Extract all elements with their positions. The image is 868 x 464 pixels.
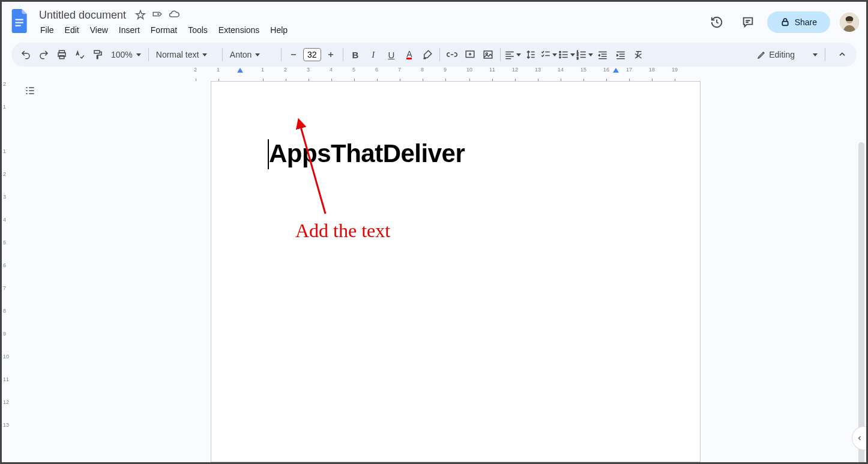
insert-link-button[interactable]	[444, 46, 460, 63]
undo-button[interactable]	[17, 46, 34, 63]
increase-indent-button[interactable]	[612, 46, 629, 63]
menu-file[interactable]: File	[35, 23, 59, 37]
caret-down-icon	[255, 53, 260, 56]
svg-point-13	[559, 51, 561, 52]
menu-help[interactable]: Help	[265, 23, 292, 37]
ruler-tick: 1	[3, 148, 6, 154]
canvas-area: AppsThatDeliver Add the text	[45, 76, 866, 462]
ruler-tick: 7	[398, 67, 401, 73]
ruler-tick: 6	[3, 262, 6, 268]
toolbar-collapse-button[interactable]	[834, 46, 851, 63]
outline-button[interactable]	[22, 82, 38, 99]
ruler-tick: 13	[535, 67, 541, 73]
clear-formatting-button[interactable]	[630, 46, 647, 63]
redo-button[interactable]	[35, 46, 52, 63]
document-text-content[interactable]: AppsThatDeliver	[269, 139, 642, 168]
menu-tools[interactable]: Tools	[183, 23, 212, 37]
menu-insert[interactable]: Insert	[114, 23, 145, 37]
menu-extensions[interactable]: Extensions	[214, 23, 264, 37]
cloud-status-icon[interactable]	[168, 9, 180, 21]
insert-image-button[interactable]	[480, 46, 496, 63]
editing-mode-value: Editing	[769, 50, 795, 59]
ruler-tick: 8	[421, 67, 424, 73]
caret-down-icon	[588, 53, 593, 56]
ruler-tick: 11	[489, 67, 495, 73]
svg-point-15	[559, 56, 561, 58]
underline-button[interactable]: U	[383, 46, 400, 63]
vertical-scrollbar[interactable]	[858, 142, 864, 462]
ruler-tick: 2	[194, 67, 197, 73]
decrease-font-button[interactable]	[285, 46, 302, 63]
ruler-right-marker[interactable]	[613, 68, 619, 73]
editing-mode-dropdown[interactable]: Editing	[753, 47, 821, 62]
ruler-tick: 10	[3, 354, 9, 360]
text-cursor	[268, 139, 269, 169]
history-icon[interactable]	[705, 10, 729, 34]
move-icon[interactable]	[151, 9, 163, 21]
text-color-button[interactable]: A	[401, 46, 418, 63]
vertical-ruler[interactable]: 2 1 1 2 3 4 5 6 7 8 9 10 11 12 13	[2, 76, 15, 462]
caret-down-icon	[813, 53, 818, 56]
caret-down-icon	[570, 53, 575, 56]
decrease-indent-button[interactable]	[594, 46, 611, 63]
share-label: Share	[795, 17, 817, 27]
ruler-tick: 5	[352, 67, 355, 73]
paint-format-button[interactable]	[89, 46, 106, 63]
menu-bar: File Edit View Insert Format Tools Exten…	[35, 23, 705, 37]
caret-down-icon	[136, 53, 141, 56]
ruler-tick: 2	[3, 81, 6, 87]
menu-view[interactable]: View	[85, 23, 113, 37]
document-title[interactable]: Untitled document	[35, 8, 130, 23]
zoom-dropdown[interactable]: 100%	[107, 47, 145, 62]
ruler-tick: 12	[512, 67, 518, 73]
docs-logo[interactable]	[9, 10, 31, 32]
line-spacing-button[interactable]	[522, 46, 539, 63]
menu-format[interactable]: Format	[146, 23, 182, 37]
ruler-tick: 2	[284, 67, 287, 73]
svg-point-14	[559, 54, 561, 55]
caret-down-icon	[552, 53, 557, 56]
ruler-tick: 10	[466, 67, 472, 73]
spellcheck-button[interactable]	[71, 46, 88, 63]
ruler-tick: 14	[558, 67, 564, 73]
document-heading: AppsThatDeliver	[269, 139, 465, 167]
user-avatar[interactable]	[840, 13, 859, 32]
svg-rect-3	[782, 22, 788, 26]
print-button[interactable]	[53, 46, 70, 63]
italic-button[interactable]: I	[365, 46, 382, 63]
page-container: AppsThatDeliver Add the text	[45, 76, 866, 462]
font-dropdown[interactable]: Anton	[226, 47, 277, 62]
numbered-list-button[interactable]: 123	[576, 46, 593, 63]
font-value: Anton	[230, 50, 252, 59]
share-button[interactable]: Share	[767, 11, 830, 33]
menu-edit[interactable]: Edit	[60, 23, 84, 37]
style-dropdown[interactable]: Normal text	[152, 47, 219, 62]
star-icon[interactable]	[134, 9, 146, 21]
ruler-indent-marker[interactable]	[237, 68, 243, 73]
ruler-tick: 13	[3, 422, 9, 428]
bold-button[interactable]: B	[347, 46, 364, 63]
bullet-list-button[interactable]	[558, 46, 575, 63]
horizontal-ruler[interactable]: 2 1 1 2 3 4 5 6 7 8 9 10 11 12 13 14 15 …	[2, 67, 866, 76]
header: Untitled document File Edit View Insert …	[2, 2, 866, 38]
align-button[interactable]	[504, 46, 521, 63]
font-size-input[interactable]	[303, 48, 321, 61]
scrollbar-thumb[interactable]	[858, 142, 864, 462]
ruler-tick: 1	[217, 67, 220, 73]
annotation-label: Add the text	[295, 220, 390, 242]
title-area: Untitled document File Edit View Insert …	[35, 8, 705, 37]
increase-font-button[interactable]	[322, 46, 339, 63]
ruler-tick: 8	[3, 308, 6, 314]
svg-rect-2	[16, 25, 21, 26]
toolbar-wrap: 100% Normal text Anton B I U A	[2, 38, 866, 67]
document-page[interactable]: AppsThatDeliver Add the text	[211, 81, 701, 462]
separator	[500, 48, 501, 61]
highlight-button[interactable]	[419, 46, 436, 63]
separator	[439, 48, 440, 61]
ruler-tick: 4	[3, 217, 6, 223]
checklist-button[interactable]	[540, 46, 557, 63]
caret-down-icon	[202, 53, 207, 56]
insert-comment-button[interactable]	[462, 46, 478, 63]
svg-rect-0	[16, 19, 23, 20]
comments-icon[interactable]	[736, 10, 760, 34]
